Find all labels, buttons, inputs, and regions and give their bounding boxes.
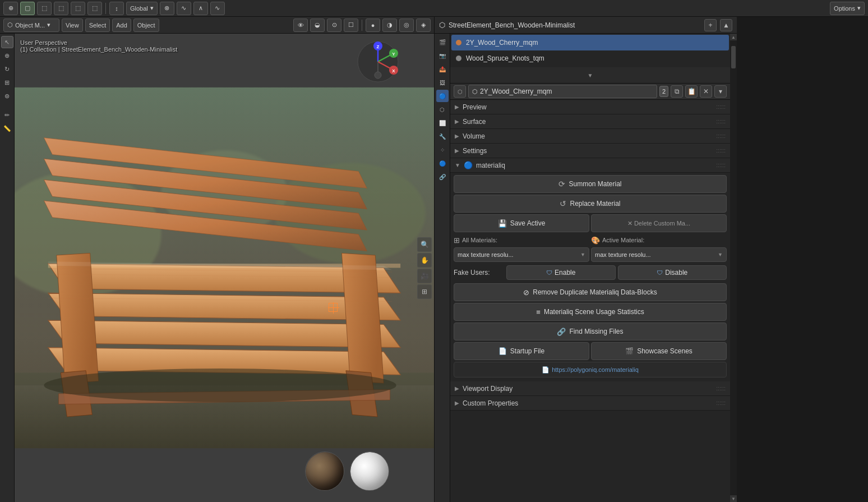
- mat-more-btn[interactable]: ▾: [714, 85, 727, 98]
- active-res-arrow: ▼: [718, 252, 723, 257]
- toolbar-icon-4[interactable]: ⬚: [71, 2, 85, 15]
- camera-icon[interactable]: 🎥: [417, 269, 432, 283]
- view-layer-icon[interactable]: 🖼: [436, 76, 449, 89]
- all-mat-res-dropdown[interactable]: max texture resolu... ▼: [454, 247, 589, 262]
- section-surface[interactable]: ▶ Surface ::::::: [450, 114, 730, 129]
- annotate-tool[interactable]: ✏: [1, 109, 13, 121]
- startup-file-btn[interactable]: 📄 Startup File: [454, 342, 589, 360]
- panel-scroll-up[interactable]: ▲: [720, 19, 732, 31]
- toolbar-icon-7[interactable]: ⊗: [160, 2, 174, 15]
- object-mode-icon: ⬡: [7, 21, 13, 29]
- zoom-icon[interactable]: 🔍: [417, 237, 432, 252]
- toolbar-icon-9[interactable]: ∧: [193, 2, 208, 15]
- scroll-down-arrow[interactable]: ▼: [730, 495, 737, 502]
- section-settings[interactable]: ▶ Settings ::::::: [450, 144, 730, 158]
- scene-usage-btn[interactable]: ≡ Materialiq Scene Usage Statistics: [454, 303, 727, 321]
- pan-icon[interactable]: ✋: [417, 253, 432, 268]
- delete-custom-btn[interactable]: ✕ Delete Custom Ma...: [591, 214, 727, 232]
- mat-selector-dropdown[interactable]: ⬡ 2Y_Wood_Cherry_mqm: [468, 85, 657, 98]
- showcase-scenes-btn[interactable]: 🎬 Showcase Scenes: [591, 342, 727, 360]
- measure-tool[interactable]: 📏: [1, 122, 13, 135]
- section-viewport-display[interactable]: ▶ Viewport Display ::::::: [450, 381, 730, 396]
- material-mode[interactable]: ◎: [399, 19, 414, 32]
- viewport-shading[interactable]: ◒: [310, 19, 325, 32]
- scene-icon[interactable]: 🎬: [436, 36, 449, 48]
- fake-users-label: Fake Users:: [454, 269, 504, 277]
- find-missing-btn[interactable]: 🔗 Find Missing Files: [454, 323, 727, 340]
- mat-new-btn[interactable]: 📋: [685, 85, 698, 98]
- output-icon[interactable]: 📤: [436, 63, 449, 75]
- material-icon[interactable]: 🔵: [436, 90, 449, 102]
- xray-btn[interactable]: ☐: [344, 19, 358, 32]
- scroll-track[interactable]: [730, 40, 737, 495]
- move-tool[interactable]: ⊕: [1, 49, 13, 62]
- physics-icon[interactable]: 🔵: [436, 157, 449, 169]
- enable-fake-users-btn[interactable]: 🛡 Enable: [506, 265, 616, 280]
- mat-delete-btn[interactable]: ✕: [700, 85, 712, 98]
- active-material-label: Active Material:: [602, 237, 644, 243]
- main-content: ⬡ Object M...▾ View Select Add Object 👁 …: [0, 17, 868, 502]
- material-item-2[interactable]: Wood_Spruce_Knots_tqm: [451, 50, 729, 66]
- mat-type-btn[interactable]: ⬡: [454, 85, 466, 98]
- mat-user-count[interactable]: 2: [659, 86, 668, 97]
- object-mode-dropdown[interactable]: ⬡ Object M...▾: [3, 19, 59, 32]
- active-mat-res-dropdown[interactable]: max texture resolu... ▼: [591, 247, 727, 262]
- object-menu[interactable]: Object: [133, 19, 159, 32]
- remove-duplicates-btn[interactable]: ⊘ Remove Duplicate Materialiq Data-Block…: [454, 283, 727, 301]
- solid-mode[interactable]: ◑: [382, 19, 397, 32]
- toolbar-icon-10[interactable]: ∿: [210, 2, 225, 15]
- overlay-btn[interactable]: ⊙: [327, 19, 341, 32]
- object-props-icon[interactable]: ⬜: [436, 117, 449, 129]
- transform-tool[interactable]: ⊛: [1, 90, 13, 102]
- mat-copy-btn[interactable]: ⧉: [671, 85, 683, 98]
- toolbar-icon-3[interactable]: ⬚: [54, 2, 68, 15]
- select-menu[interactable]: Select: [85, 19, 110, 32]
- constraints-icon[interactable]: 🔗: [436, 171, 449, 183]
- global-label: Global: [130, 5, 148, 12]
- svg-point-24: [44, 369, 396, 402]
- render-mode[interactable]: ●: [366, 19, 380, 32]
- mat-list-scroll[interactable]: ▼: [450, 67, 730, 83]
- disable-fake-users-btn[interactable]: 🛡 Disable: [618, 265, 727, 280]
- rotate-tool[interactable]: ↻: [1, 63, 13, 75]
- nav-gizmo[interactable]: Z Y X: [355, 39, 400, 84]
- modifier-icon[interactable]: 🔧: [436, 130, 449, 142]
- rendered-mode[interactable]: ◈: [416, 19, 431, 32]
- material-item-1[interactable]: 2Y_Wood_Cherry_mqm: [451, 35, 729, 50]
- panel-body: 🎬 📷 📤 🖼 🔵 ⬡ ⬜ 🔧 ⁘ 🔵 🔗: [435, 34, 737, 502]
- toolbar-icon-6[interactable]: ↕: [109, 2, 124, 15]
- toolbar-icon-2[interactable]: ⬚: [37, 2, 52, 15]
- 3d-viewport[interactable]: User Perspective (1) Collection | Street…: [15, 34, 434, 502]
- section-custom-properties[interactable]: ▶ Custom Properties ::::::: [450, 396, 730, 411]
- save-active-btn[interactable]: 💾 Save Active: [454, 214, 589, 232]
- render-icon[interactable]: 📷: [436, 49, 449, 62]
- toolbar-icon-5[interactable]: ⬚: [87, 2, 102, 15]
- toolbar-icon-1[interactable]: ⊕: [3, 2, 18, 15]
- volume-label: Volume: [463, 132, 485, 140]
- toolbar-icon-8[interactable]: ∿: [177, 2, 191, 15]
- view-menu[interactable]: View: [62, 19, 83, 32]
- cursor-tool[interactable]: ↖: [1, 36, 13, 48]
- replace-label: Replace Material: [570, 200, 620, 208]
- data-icon[interactable]: ⬡: [436, 103, 449, 116]
- grid-icon[interactable]: ⊞: [417, 284, 432, 299]
- global-dropdown[interactable]: Global▾: [126, 2, 158, 15]
- panel-add-btn[interactable]: +: [704, 19, 717, 31]
- info-url-link[interactable]: 📄 https://polygoniq.com/materialiq: [454, 362, 727, 377]
- panel-header-icon: ⬡: [439, 21, 445, 29]
- toolbar-select-box[interactable]: ▢: [20, 2, 35, 15]
- section-preview[interactable]: ▶ Preview ::::::: [450, 100, 730, 114]
- custom-props-label: Custom Properties: [463, 399, 518, 407]
- replace-material-btn[interactable]: ↺ Replace Material: [454, 195, 727, 213]
- summon-material-btn[interactable]: ⟳ Summon Material: [454, 175, 727, 193]
- options-dropdown[interactable]: Options▾: [830, 2, 865, 15]
- visibility-btn[interactable]: 👁: [293, 19, 308, 32]
- add-menu[interactable]: Add: [112, 19, 131, 32]
- scroll-up-arrow[interactable]: ▲: [730, 34, 737, 40]
- scale-tool[interactable]: ⊞: [1, 76, 13, 89]
- section-materialiq-header[interactable]: ▼ 🔵 materialiq ::::::: [450, 158, 730, 173]
- particles-icon[interactable]: ⁘: [436, 144, 449, 156]
- section-volume[interactable]: ▶ Volume ::::::: [450, 129, 730, 144]
- remove-dup-icon: ⊘: [523, 288, 529, 297]
- panel-scrollbar[interactable]: ▲ ▼: [730, 34, 737, 502]
